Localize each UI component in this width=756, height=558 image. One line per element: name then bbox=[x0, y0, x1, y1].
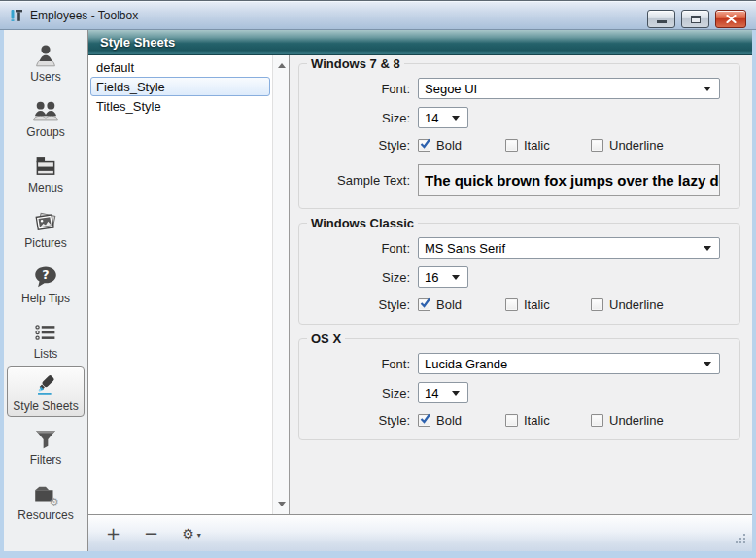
font-select[interactable]: MS Sans Serif bbox=[418, 237, 720, 259]
sidebar-item-lists[interactable]: Lists bbox=[6, 311, 86, 366]
checkmark-icon bbox=[419, 137, 431, 150]
window-title: Employees - Toolbox bbox=[30, 9, 138, 22]
chevron-down-icon bbox=[704, 362, 711, 370]
italic-checkbox[interactable]: Italic bbox=[505, 138, 591, 153]
sidebar-item-groups[interactable]: Groups bbox=[6, 89, 86, 145]
menus-icon bbox=[31, 152, 60, 181]
sample-text-label: Sample Text: bbox=[305, 173, 418, 188]
caret-down-icon: ▾ bbox=[197, 531, 201, 540]
sidebar-item-label: Pictures bbox=[24, 237, 66, 250]
actions-menu-button[interactable]: ⚙ ▾ bbox=[182, 526, 201, 541]
sidebar-item-label: Help Tips bbox=[21, 293, 70, 305]
sidebar-item-help-tips[interactable]: ? Help Tips bbox=[6, 256, 86, 311]
list-item-label: Fields_Style bbox=[96, 80, 165, 94]
list-item-label: default bbox=[96, 60, 134, 75]
chevron-down-icon bbox=[452, 391, 460, 400]
maximize-icon bbox=[691, 16, 701, 23]
size-label: Size: bbox=[305, 386, 418, 401]
scroll-down-button[interactable] bbox=[273, 496, 290, 512]
gear-icon: ⚙ bbox=[182, 526, 194, 541]
section-windows-7-8: Windows 7 & 8 Font: Segoe UI Size: 14 bbox=[298, 63, 740, 209]
style-label: Style: bbox=[305, 138, 418, 153]
resize-grip[interactable] bbox=[734, 532, 747, 545]
checkmark-icon bbox=[419, 296, 431, 309]
italic-checkbox[interactable]: Italic bbox=[505, 413, 591, 428]
list-item-fields-style[interactable]: Fields_Style bbox=[90, 77, 270, 96]
filters-icon bbox=[31, 424, 60, 453]
underline-checkbox[interactable]: Underline bbox=[591, 413, 664, 428]
list-item-label: Titles_Style bbox=[96, 99, 161, 114]
main-panel: Style Sheets default Fields_Style Titles… bbox=[87, 30, 752, 551]
italic-checkbox[interactable]: Italic bbox=[505, 297, 591, 312]
list-item-default[interactable]: default bbox=[90, 57, 270, 77]
underline-checkbox[interactable]: Underline bbox=[591, 297, 664, 312]
window-controls bbox=[647, 10, 746, 28]
list-action-toolbar: + − ⚙ ▾ bbox=[88, 514, 752, 551]
app-window: Employees - Toolbox Users bbox=[0, 0, 756, 558]
font-label: Font: bbox=[305, 82, 418, 96]
bold-checkbox[interactable]: Bold bbox=[418, 297, 505, 312]
font-label: Font: bbox=[305, 241, 418, 256]
sidebar-item-label: Filters bbox=[30, 454, 62, 467]
chevron-down-icon bbox=[452, 275, 460, 284]
section-title: OS X bbox=[307, 331, 345, 346]
sidebar-item-label: Menus bbox=[28, 182, 63, 194]
sidebar-item-style-sheets[interactable]: Style Sheets bbox=[7, 366, 85, 417]
section-windows-classic: Windows Classic Font: MS Sans Serif Size… bbox=[298, 223, 740, 325]
font-label: Font: bbox=[305, 357, 418, 371]
size-select[interactable]: 14 bbox=[418, 107, 468, 128]
scroll-up-button[interactable] bbox=[273, 57, 290, 74]
list-item-titles-style[interactable]: Titles_Style bbox=[90, 96, 270, 116]
sidebar-item-pictures[interactable]: Pictures bbox=[6, 200, 86, 256]
checkmark-icon bbox=[419, 412, 431, 425]
sidebar-item-label: Resources bbox=[17, 509, 73, 522]
font-select[interactable]: Segoe UI bbox=[418, 78, 720, 99]
chevron-down-icon bbox=[704, 87, 711, 95]
style-sheet-list-panel: default Fields_Style Titles_Style bbox=[88, 55, 290, 514]
sidebar-item-menus[interactable]: Menus bbox=[6, 145, 86, 200]
add-style-sheet-button[interactable]: + bbox=[106, 525, 120, 542]
maximize-button[interactable] bbox=[681, 10, 709, 28]
section-os-x: OS X Font: Lucida Grande Size: 14 bbox=[298, 338, 740, 440]
chevron-down-icon bbox=[704, 246, 711, 255]
close-icon bbox=[726, 15, 737, 23]
underline-checkbox[interactable]: Underline bbox=[591, 138, 664, 153]
settings-panel: Windows 7 & 8 Font: Segoe UI Size: 14 bbox=[291, 55, 752, 514]
close-button[interactable] bbox=[715, 10, 746, 28]
svg-text:?: ? bbox=[42, 267, 49, 282]
svg-text:⚙: ⚙ bbox=[49, 495, 58, 507]
chevron-down-icon bbox=[452, 116, 460, 124]
style-label: Style: bbox=[305, 413, 418, 428]
style-sheet-list: default Fields_Style Titles_Style bbox=[88, 56, 272, 514]
sidebar-item-resources[interactable]: ⚙ Resources bbox=[6, 472, 86, 528]
scroll-down-icon bbox=[278, 502, 286, 510]
pictures-icon bbox=[31, 207, 60, 236]
sample-text-preview: The quick brown fox jumps over the lazy … bbox=[418, 164, 720, 196]
size-select[interactable]: 14 bbox=[418, 382, 468, 403]
section-title: Windows 7 & 8 bbox=[307, 56, 404, 71]
groups-icon bbox=[31, 96, 60, 125]
sidebar-item-label: Users bbox=[30, 71, 60, 84]
bold-checkbox[interactable]: Bold bbox=[418, 138, 505, 153]
resize-grip-dots bbox=[734, 532, 736, 534]
bold-checkbox[interactable]: Bold bbox=[418, 413, 505, 428]
size-label: Size: bbox=[305, 111, 418, 125]
sidebar-item-filters[interactable]: Filters bbox=[6, 417, 86, 472]
minimize-icon bbox=[657, 20, 667, 23]
sidebar-item-label: Lists bbox=[34, 348, 58, 361]
size-select[interactable]: 16 bbox=[418, 266, 468, 288]
remove-style-sheet-button[interactable]: − bbox=[144, 525, 158, 542]
sidebar-item-users[interactable]: Users bbox=[6, 34, 86, 89]
list-scrollbar[interactable] bbox=[272, 55, 289, 514]
section-title: Windows Classic bbox=[307, 216, 418, 230]
titlebar[interactable]: Employees - Toolbox bbox=[0, 1, 756, 30]
toolbox-app-icon bbox=[9, 8, 24, 23]
lists-icon bbox=[31, 318, 60, 347]
panel-header: Style Sheets bbox=[88, 30, 752, 55]
help-tips-icon: ? bbox=[31, 262, 60, 292]
sidebar-item-label: Groups bbox=[26, 126, 64, 139]
resources-icon: ⚙ bbox=[31, 479, 60, 508]
minimize-button[interactable] bbox=[647, 10, 675, 28]
scroll-up-icon bbox=[278, 59, 286, 68]
font-select[interactable]: Lucida Grande bbox=[418, 353, 720, 374]
